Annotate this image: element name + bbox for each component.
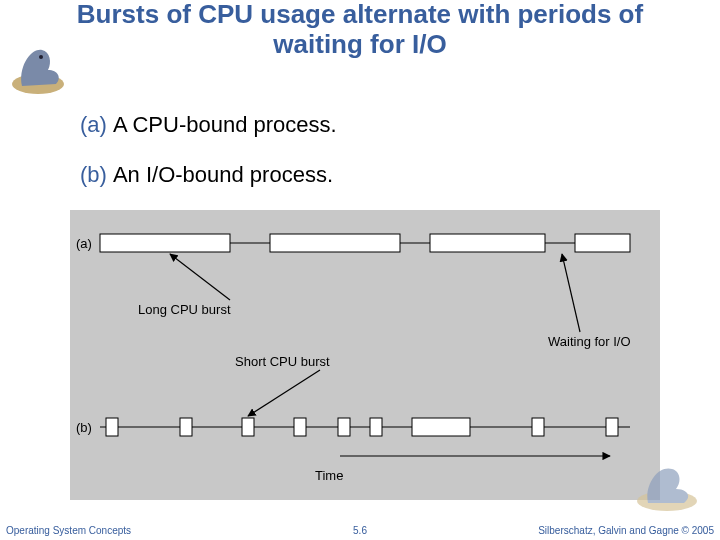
svg-rect-8 bbox=[106, 418, 118, 436]
svg-rect-12 bbox=[338, 418, 350, 436]
bullet-a-text: A CPU-bound process. bbox=[113, 112, 337, 137]
svg-line-18 bbox=[562, 254, 580, 332]
footer-right: Silberschatz, Galvin and Gagne © 2005 bbox=[538, 525, 714, 536]
svg-text:Long CPU burst: Long CPU burst bbox=[138, 302, 231, 317]
svg-text:Waiting for I/O: Waiting for I/O bbox=[548, 334, 631, 349]
svg-text:Time: Time bbox=[315, 468, 343, 483]
svg-text:(b): (b) bbox=[76, 420, 92, 435]
bullet-a-marker: (a) bbox=[80, 112, 107, 137]
svg-rect-5 bbox=[430, 234, 545, 252]
svg-line-19 bbox=[248, 370, 320, 416]
dinosaur-logo-bottom bbox=[632, 459, 702, 514]
svg-rect-11 bbox=[294, 418, 306, 436]
svg-rect-9 bbox=[180, 418, 192, 436]
svg-text:Short CPU burst: Short CPU burst bbox=[235, 354, 330, 369]
svg-rect-10 bbox=[242, 418, 254, 436]
bullet-b-marker: (b) bbox=[80, 162, 107, 187]
burst-diagram: (a)(b)Long CPU burstWaiting for I/OShort… bbox=[70, 210, 660, 500]
svg-rect-16 bbox=[606, 418, 618, 436]
svg-rect-15 bbox=[532, 418, 544, 436]
bullet-b-text: An I/O-bound process. bbox=[113, 162, 333, 187]
svg-text:(a): (a) bbox=[76, 236, 92, 251]
bullet-b: (b)An I/O-bound process. bbox=[80, 162, 333, 188]
svg-line-17 bbox=[170, 254, 230, 300]
svg-rect-13 bbox=[370, 418, 382, 436]
svg-rect-14 bbox=[412, 418, 470, 436]
slide-title: Bursts of CPU usage alternate with perio… bbox=[0, 0, 720, 60]
svg-rect-3 bbox=[100, 234, 230, 252]
svg-rect-6 bbox=[575, 234, 630, 252]
svg-rect-4 bbox=[270, 234, 400, 252]
bullet-a: (a)A CPU-bound process. bbox=[80, 112, 337, 138]
